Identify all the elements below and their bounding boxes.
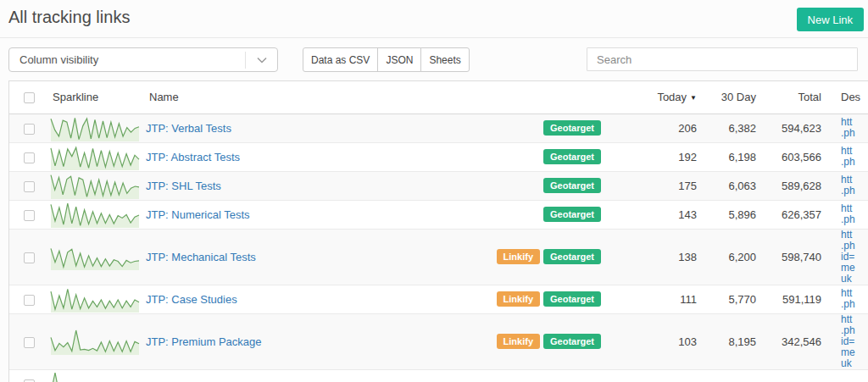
thirty-day-value: 6,200 (704, 229, 763, 285)
linkify-badge: Linkify (497, 249, 540, 264)
chevron-down-icon (245, 52, 277, 69)
row-name-link[interactable]: JTP: Verbal Tests (146, 122, 231, 135)
badge-cell: LinkifyGeotarget (420, 313, 608, 369)
data-as-csv-button[interactable]: Data as CSV (303, 47, 378, 72)
linkify-badge: Linkify (497, 334, 540, 349)
table-row: JTP: Mechanical Tests LinkifyGeotarget 1… (9, 229, 868, 285)
linkify-badge: Linkify (497, 291, 540, 307)
geotarget-badge: Geotarget (543, 149, 601, 164)
today-value: 138 (608, 229, 704, 285)
destination-link[interactable]: htt.ph (841, 288, 868, 310)
row-checkbox[interactable] (24, 152, 35, 163)
row-checkbox-cell (9, 313, 48, 369)
new-link-button[interactable]: New Link (797, 8, 864, 31)
destination-link[interactable]: htt.ph (841, 203, 868, 225)
sparkline-cell (48, 229, 142, 285)
row-name-link[interactable]: JTP: Premium Package (146, 335, 262, 348)
badge-cell: Geotarget (420, 142, 608, 171)
row-name-link[interactable]: JTP: Abstract Tests (146, 151, 240, 163)
row-name-link[interactable]: JTP: SHL Tests (146, 180, 221, 192)
sparkline-cell (48, 200, 142, 229)
select-all-checkbox[interactable] (24, 92, 35, 103)
today-value: 111 (608, 285, 704, 313)
row-checkbox-cell (9, 200, 48, 229)
column-header-destination[interactable]: Des (828, 81, 868, 113)
destination-link[interactable]: htt.phid=meuk (841, 230, 868, 285)
total-value: 342,546 (763, 313, 828, 369)
badge-group: LinkifyGeotarget (493, 250, 601, 263)
destination-link[interactable]: htt.ph (841, 174, 868, 197)
sparkline-chart (50, 243, 142, 271)
thirty-day-value: 5,896 (704, 200, 763, 229)
sparkline-chart (50, 285, 142, 313)
destination-cell (828, 369, 868, 382)
badge-cell: Geotarget (420, 113, 608, 142)
column-header-badges (420, 81, 608, 113)
row-checkbox[interactable] (24, 124, 35, 135)
table-row: JTP: Case Studies LinkifyGeotarget 111 5… (9, 285, 868, 313)
name-cell: JTP: SHL Tests (142, 171, 420, 200)
row-checkbox-cell (9, 171, 48, 200)
row-checkbox[interactable] (24, 252, 35, 263)
tracking-links-table: Sparkline Name Today▼ 30 Day Total Des J… (8, 80, 868, 382)
table-row: JTP: Premium Package LinkifyGeotarget 10… (9, 313, 868, 369)
table-body: JTP: Verbal Tests Geotarget 206 6,382 59… (9, 113, 868, 382)
column-header-30day[interactable]: 30 Day (704, 81, 763, 113)
name-cell: JTP: Mechanical Tests (142, 229, 420, 285)
destination-link[interactable]: htt.ph (841, 117, 868, 139)
row-name-link[interactable]: JTP: Case Studies (146, 293, 237, 306)
destination-cell: htt.phid=meuk (828, 229, 868, 285)
badge-cell: Geotarget (420, 171, 608, 200)
total-value: 603,566 (763, 142, 828, 171)
badge-group: LinkifyGeotarget (493, 292, 601, 305)
column-header-name[interactable]: Name (142, 81, 420, 113)
badge-group: Geotarget (540, 150, 601, 163)
thirty-day-value: 8,195 (704, 313, 763, 369)
destination-cell: htt.ph (828, 142, 868, 171)
row-name-link[interactable]: JTP: Numerical Tests (146, 208, 250, 221)
total-value: 626,357 (763, 200, 828, 229)
sheets-button[interactable]: Sheets (420, 47, 469, 72)
thirty-day-value: 5,770 (704, 285, 763, 313)
row-checkbox[interactable] (24, 337, 35, 348)
row-name-link[interactable]: JTP: Mechanical Tests (146, 251, 256, 263)
destination-cell: htt.ph (828, 200, 868, 229)
row-checkbox[interactable] (24, 295, 35, 306)
today-value: 206 (608, 113, 704, 142)
name-cell: JTP: Abstract Tests (142, 142, 420, 171)
geotarget-badge: Geotarget (543, 207, 601, 222)
badge-group: Geotarget (540, 121, 601, 134)
search-input[interactable] (587, 47, 858, 71)
json-button[interactable]: JSON (377, 47, 421, 72)
geotarget-badge: Geotarget (543, 178, 601, 193)
thirty-day-value (704, 369, 763, 382)
name-cell: JTP: Case Studies (142, 285, 420, 313)
column-header-today[interactable]: Today▼ (608, 81, 704, 113)
destination-cell: htt.ph (828, 285, 868, 313)
table-header-row: Sparkline Name Today▼ 30 Day Total Des (9, 81, 868, 113)
row-checkbox[interactable] (24, 379, 35, 382)
thirty-day-value: 6,198 (704, 142, 763, 171)
destination-link[interactable]: htt.phid=meuk (841, 314, 868, 369)
today-value: 192 (608, 142, 704, 171)
table-row: JTP: Verbal Tests Geotarget 206 6,382 59… (9, 113, 868, 142)
destination-cell: htt.ph (828, 171, 868, 200)
total-value: 594,623 (763, 113, 828, 142)
thirty-day-value: 6,382 (704, 113, 763, 142)
sparkline-chart (50, 114, 142, 142)
column-visibility-label: Column visibility (9, 53, 245, 66)
row-checkbox[interactable] (24, 210, 35, 221)
column-header-sparkline[interactable]: Sparkline (48, 81, 142, 113)
row-checkbox[interactable] (24, 181, 35, 192)
geotarget-badge: Geotarget (543, 334, 601, 349)
name-cell: JTP: Verbal Tests (142, 113, 420, 142)
name-cell: JTP: Numerical Tests (142, 200, 420, 229)
destination-link[interactable]: htt.ph (841, 146, 868, 168)
sparkline-cell (48, 113, 142, 142)
column-visibility-dropdown[interactable]: Column visibility (8, 47, 278, 72)
row-checkbox-cell (9, 369, 48, 382)
sparkline-chart (50, 370, 142, 382)
row-checkbox-cell (9, 113, 48, 142)
thirty-day-value: 6,063 (704, 171, 763, 200)
column-header-total[interactable]: Total (763, 81, 828, 113)
